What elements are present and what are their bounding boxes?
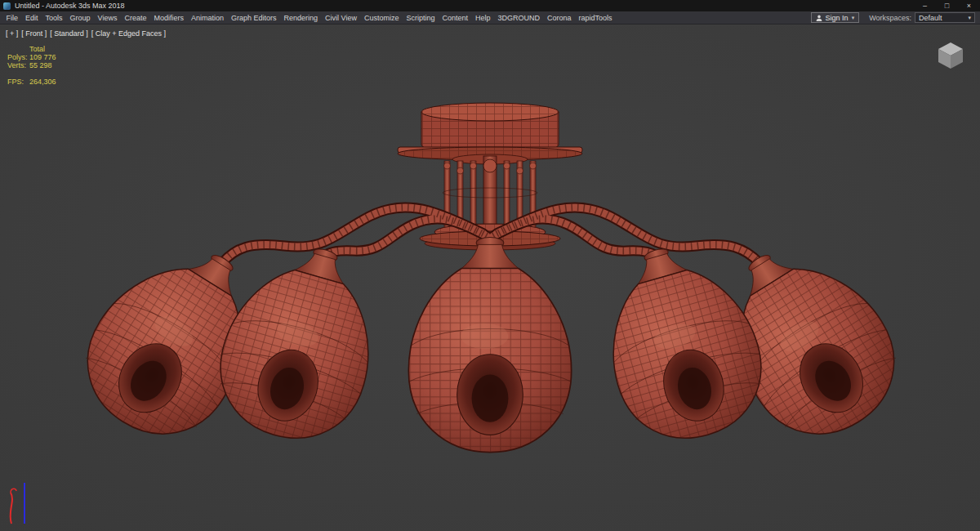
menu-item-graph-editors[interactable]: Graph Editors (227, 14, 280, 22)
menu-item-modifiers[interactable]: Modifiers (150, 14, 188, 22)
caret-down-icon: ▾ (968, 15, 971, 20)
menu-item-help[interactable]: Help (471, 14, 494, 22)
stats-total-label: Total (29, 45, 45, 53)
titlebar[interactable]: Untitled - Autodesk 3ds Max 2018 – □ × (0, 0, 980, 11)
viewport-menu-shading-mode[interactable]: [ Clay + Edged Faces ] (91, 29, 166, 38)
3dsmax-logo-icon (3, 2, 11, 10)
menubar: File Edit Tools Group Views Create Modif… (0, 11, 980, 25)
menu-item-group[interactable]: Group (66, 14, 94, 22)
menu-item-corona[interactable]: Corona (543, 14, 575, 22)
viewport-front[interactable]: [ + ] [ Front ] [ Standard ] [ Clay + Ed… (0, 25, 980, 531)
menu-item-rapidtools[interactable]: rapidTools (575, 14, 616, 22)
chandelier-model (0, 25, 980, 531)
stats-spacer (7, 45, 29, 53)
stats-row-total: Total (7, 45, 56, 53)
sign-in-button[interactable]: Sign In ▾ (811, 12, 860, 23)
stats-verts-label: Verts: (7, 61, 29, 69)
close-button[interactable]: × (958, 0, 980, 11)
3dsmax-window: Untitled - Autodesk 3ds Max 2018 – □ × F… (0, 0, 980, 531)
workspace-value: Default (919, 14, 942, 22)
minimize-button[interactable]: – (914, 0, 936, 11)
statistics-overlay: Total Polys: 109 776 Verts: 55 298 FPS: … (7, 45, 56, 86)
menu-item-create[interactable]: Create (121, 14, 150, 22)
menu-item-customize[interactable]: Customize (360, 14, 403, 22)
user-icon (816, 15, 822, 21)
stats-polys-value: 109 776 (29, 53, 56, 61)
workspace-select[interactable]: Default ▾ (915, 12, 975, 23)
caret-down-icon: ▾ (852, 15, 855, 20)
workspaces-label: Workspaces: (869, 14, 911, 22)
menu-item-content[interactable]: Content (439, 14, 472, 22)
viewport-menu-shading[interactable]: [ Standard ] (50, 29, 88, 38)
menu-item-animation[interactable]: Animation (187, 14, 227, 22)
sign-in-label: Sign In (826, 14, 849, 22)
stats-row-verts: Verts: 55 298 (7, 61, 56, 69)
window-controls: – □ × (914, 0, 980, 11)
menu-item-3dground[interactable]: 3DGROUND (494, 14, 544, 22)
menu-item-scripting[interactable]: Scripting (403, 14, 439, 22)
viewport-label: [ + ] [ Front ] [ Standard ] [ Clay + Ed… (6, 29, 166, 38)
stats-row-polys: Polys: 109 776 (7, 53, 56, 61)
viewport-menu-general[interactable]: [ + ] (6, 29, 18, 38)
stats-fps-label: FPS: (7, 78, 29, 86)
menu-item-edit[interactable]: Edit (22, 14, 42, 22)
window-title: Untitled - Autodesk 3ds Max 2018 (15, 2, 914, 10)
stats-verts-value: 55 298 (29, 61, 52, 69)
viewport-menu-view[interactable]: [ Front ] (21, 29, 47, 38)
menu-item-file[interactable]: File (2, 14, 22, 22)
menu-item-rendering[interactable]: Rendering (280, 14, 322, 22)
menu-item-civil-view[interactable]: Civil View (322, 14, 361, 22)
menu-item-views[interactable]: Views (94, 14, 121, 22)
menu-item-tools[interactable]: Tools (42, 14, 66, 22)
stats-polys-label: Polys: (7, 53, 29, 61)
maximize-button[interactable]: □ (936, 0, 958, 11)
stats-row-fps: FPS: 264,306 (7, 78, 56, 86)
ceiling-mount (398, 103, 582, 164)
stats-fps-value: 264,306 (29, 78, 56, 86)
